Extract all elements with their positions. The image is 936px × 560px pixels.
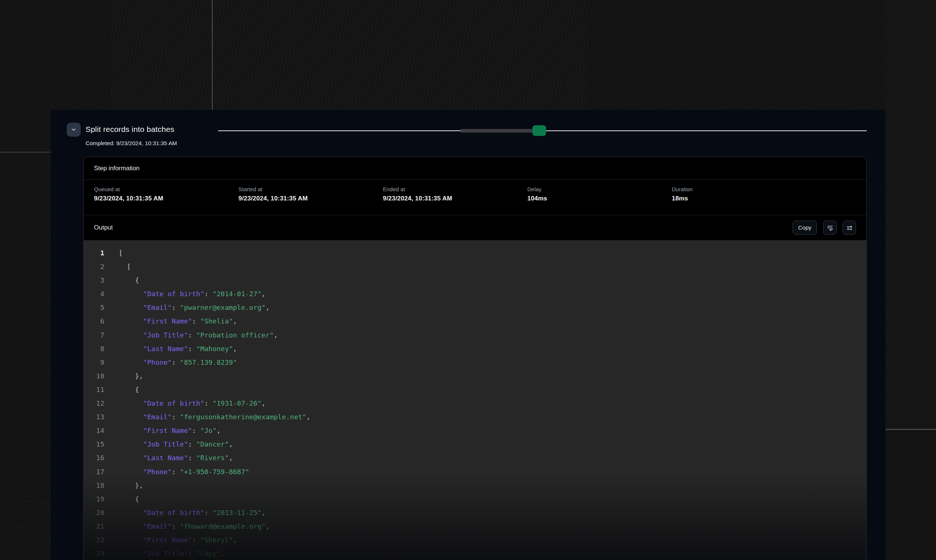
line-number: 12 [84, 397, 104, 410]
code-text: "Phone": "857.139.8239" [119, 355, 237, 369]
line-number: 19 [84, 492, 104, 506]
code-text: "Date of birth": "2014-01-27", [119, 287, 266, 301]
code-text: }, [119, 478, 143, 492]
code-line: 21 "Email": "fhoward@example.org", [84, 520, 866, 533]
meta-value: 18ms [672, 195, 816, 202]
line-number: 11 [84, 383, 104, 397]
output-actions: Copy [793, 221, 856, 235]
line-number: 15 [84, 437, 104, 451]
code-line: 7 "Job Title": "Probation officer", [84, 328, 866, 342]
code-text: "Job Title": "Copy", [119, 547, 225, 560]
slider-buffer-segment [460, 129, 533, 132]
code-text: "Last Name": "Mahoney", [119, 342, 237, 355]
code-text: { [119, 273, 139, 287]
step-information-header: Step information [84, 157, 866, 180]
scroll-to-top-button[interactable] [843, 221, 856, 235]
step-information-title: Step information [94, 165, 140, 172]
line-number: 13 [84, 410, 104, 424]
line-number: 22 [84, 533, 104, 547]
code-line: 22 "First Name": "Sheryl", [84, 533, 866, 547]
code-line: 14 "First Name": "Jo", [84, 424, 866, 437]
code-text: }, [119, 369, 143, 383]
background-vertical-line [212, 0, 212, 110]
code-text: "Email": "fergusonkatherine@example.net"… [119, 410, 310, 424]
step-meta-field: Ended at9/23/2024, 10:31:35 AM [383, 186, 527, 215]
line-number: 8 [84, 342, 104, 355]
line-number: 5 [84, 301, 104, 314]
code-text: { [119, 383, 139, 397]
code-line: 4 "Date of birth": "2014-01-27", [84, 287, 866, 301]
wrap-text-button[interactable] [823, 221, 836, 235]
code-line: 9 "Phone": "857.139.8239" [84, 355, 866, 369]
meta-value: 104ms [527, 195, 672, 202]
meta-label: Delay [527, 186, 672, 192]
line-number: 14 [84, 424, 104, 437]
code-line: 17 "Phone": "+1-950-759-8687" [84, 465, 866, 478]
wrap-text-icon [827, 225, 834, 231]
code-text: "First Name": "Jo", [119, 424, 221, 437]
step-information-card: Step information Queued at9/23/2024, 10:… [83, 157, 867, 560]
line-number: 18 [84, 478, 104, 492]
code-line: 15 "Job Title": "Dancer", [84, 437, 866, 451]
line-number: 10 [84, 369, 104, 383]
code-line: 13 "Email": "fergusonkatherine@example.n… [84, 410, 866, 424]
line-number: 4 [84, 287, 104, 301]
meta-label: Ended at [383, 186, 527, 192]
step-detail-panel: Split records into batches Completed: 9/… [51, 110, 885, 560]
code-line: 11 { [84, 383, 866, 397]
code-editor[interactable]: 1[2 [3 {4 "Date of birth": "2014-01-27",… [84, 240, 866, 560]
code-line: 5 "Email": "pwarner@example.org", [84, 301, 866, 314]
code-text: "Last Name": "Rivers", [119, 451, 233, 465]
background-texture-right [885, 0, 936, 429]
timeline-slider[interactable] [218, 125, 867, 136]
step-title: Split records into batches [86, 125, 174, 134]
code-text: { [119, 492, 139, 506]
code-line: 12 "Date of birth": "1931-07-26", [84, 397, 866, 410]
line-number: 2 [84, 260, 104, 273]
copy-button[interactable]: Copy [793, 221, 817, 235]
code-text: "Job Title": "Probation officer", [119, 328, 278, 342]
collapse-step-button[interactable] [67, 123, 81, 137]
code-line: 19 { [84, 492, 866, 506]
line-number: 17 [84, 465, 104, 478]
code-text: [ [119, 260, 131, 273]
code-line: 3 { [84, 273, 866, 287]
line-number: 7 [84, 328, 104, 342]
meta-value: 9/23/2024, 10:31:35 AM [239, 195, 383, 202]
meta-label: Duration [672, 186, 816, 192]
meta-label: Started at [239, 186, 383, 192]
step-meta-row: Queued at9/23/2024, 10:31:35 AMStarted a… [84, 180, 866, 215]
step-meta-field: Started at9/23/2024, 10:31:35 AM [239, 186, 383, 215]
output-title: Output [94, 224, 113, 231]
background-texture-top [111, 0, 590, 111]
slider-thumb[interactable] [533, 125, 546, 136]
code-text: [ [119, 246, 123, 260]
line-number: 9 [84, 355, 104, 369]
line-number: 6 [84, 314, 104, 328]
step-meta-field: Delay104ms [527, 186, 672, 215]
code-text: "First Name": "Shelia", [119, 314, 237, 328]
code-line: 10 }, [84, 369, 866, 383]
code-line: 18 }, [84, 478, 866, 492]
step-meta-field: Duration18ms [672, 186, 816, 215]
background-horizontal-line [0, 152, 51, 152]
code-text: "Job Title": "Dancer", [119, 437, 233, 451]
code-line: 23 "Job Title": "Copy", [84, 547, 866, 560]
code-text: "Date of birth": "2013-11-25", [119, 506, 266, 520]
chevron-down-icon [71, 127, 77, 132]
line-number: 16 [84, 451, 104, 465]
code-text: "Email": "pwarner@example.org", [119, 301, 270, 314]
meta-value: 9/23/2024, 10:31:35 AM [94, 195, 239, 202]
code-text: "Phone": "+1-950-759-8687" [119, 465, 249, 478]
step-meta-field: Queued at9/23/2024, 10:31:35 AM [94, 186, 239, 215]
background-horizontal-line [885, 429, 936, 430]
meta-label: Queued at [94, 186, 239, 192]
output-header-row: Output Copy [84, 215, 866, 240]
meta-value: 9/23/2024, 10:31:35 AM [383, 195, 527, 202]
code-text: "Date of birth": "1931-07-26", [119, 397, 266, 410]
code-line: 2 [ [84, 260, 866, 273]
code-line: 20 "Date of birth": "2013-11-25", [84, 506, 866, 520]
code-text: "Email": "fhoward@example.org", [119, 520, 270, 533]
line-number: 21 [84, 520, 104, 533]
code-text: "First Name": "Sheryl", [119, 533, 237, 547]
